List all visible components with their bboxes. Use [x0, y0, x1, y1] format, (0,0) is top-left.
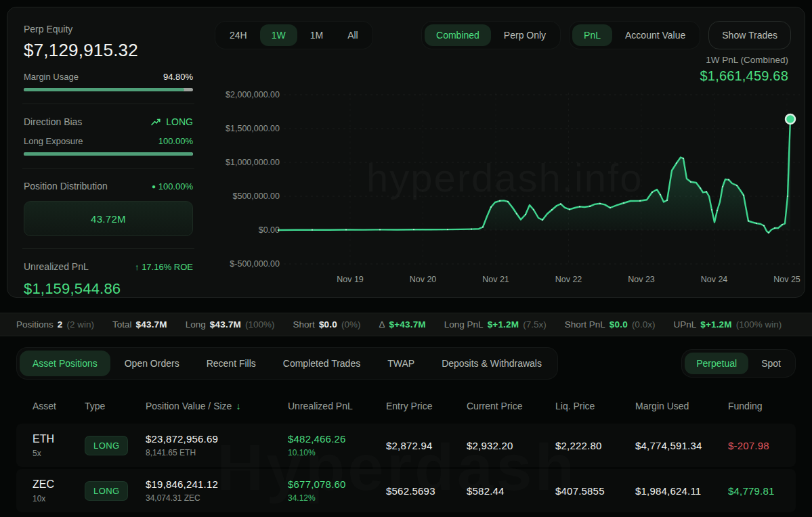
summary-stat-long: Long$43.7M(100%) — [186, 319, 275, 330]
tab-asset-positions[interactable]: Asset Positions — [20, 351, 110, 376]
column-header-liq-price[interactable]: Liq. Price — [555, 401, 635, 411]
type-cell: LONG — [85, 436, 146, 455]
divider — [22, 104, 194, 104]
position-distribution-section: Position Distribution ● 100.00% 43.72M — [24, 181, 193, 236]
column-header-entry-price[interactable]: Entry Price — [386, 401, 467, 411]
long-exposure-value: 100.00% — [158, 136, 193, 146]
y-axis-tick: $2,000,000.00 — [226, 90, 280, 99]
tab-deposits-withdrawals[interactable]: Deposits & Withdrawals — [429, 351, 555, 376]
margin-used-cell: $1,984,624.11 — [635, 485, 728, 497]
equity-stats-panel: Perp Equity $7,129,915.32 Margin Usage 9… — [7, 7, 209, 297]
tab-twap[interactable]: TWAP — [375, 351, 427, 376]
column-header-asset[interactable]: Asset — [33, 401, 85, 411]
type-cell: LONG — [85, 481, 146, 501]
entry-price-cell: $2,872.94 — [386, 440, 467, 451]
position-value-cell: $23,872,956.698,141.65 ETH — [146, 433, 288, 457]
y-axis-tick: $1,000,000.00 — [226, 158, 280, 167]
metric-pnl[interactable]: PnL — [572, 24, 612, 46]
unrealized-pnl-label: Unrealized PnL — [24, 261, 89, 272]
mode-perp-only[interactable]: Perp Only — [492, 24, 557, 46]
long-exposure-label: Long Exposure — [24, 136, 83, 146]
asset-cell: ZEC10x — [33, 478, 85, 503]
long-exposure-bar — [24, 152, 193, 156]
y-axis-tick: $-500,000.00 — [230, 259, 280, 269]
unrealized-pnl-cell: $677,078.6034.12% — [288, 478, 386, 503]
summary-stat-short-pnl: Short PnL$0.0(0.0x) — [565, 319, 656, 330]
table-body: ETH5xLONG$23,872,956.698,141.65 ETH$482,… — [16, 424, 796, 512]
positions-table: AssetTypePosition Value / Size↓Unrealize… — [16, 388, 796, 514]
position-distribution-pct: ● 100.00% — [152, 181, 193, 192]
pnl-area-chart[interactable]: $2,000,000.00$1,500,000.00$1,000,000.00$… — [209, 85, 800, 290]
tab-completed-trades[interactable]: Completed Trades — [270, 351, 373, 376]
market-perpetual[interactable]: Perpetual — [685, 353, 748, 374]
x-axis-tick: Nov 21 — [482, 275, 509, 284]
trend-up-icon — [151, 118, 161, 126]
column-header-current-price[interactable]: Current Price — [467, 401, 555, 411]
green-dot-icon: ● — [152, 183, 156, 190]
entry-price-cell: $562.5693 — [386, 485, 467, 497]
column-header-type[interactable]: Type — [85, 401, 146, 411]
time-range-1m[interactable]: 1M — [299, 24, 335, 46]
perp-equity-label: Perp Equity — [24, 24, 193, 35]
market-spot[interactable]: Spot — [750, 353, 792, 374]
mode-toggle-group: CombinedPerp Only — [421, 21, 561, 49]
sort-desc-icon[interactable]: ↓ — [236, 401, 240, 411]
column-header-funding[interactable]: Funding — [728, 401, 796, 411]
x-axis-tick: Nov 22 — [555, 275, 582, 284]
mode-combined[interactable]: Combined — [425, 24, 491, 46]
divider — [22, 168, 194, 168]
time-range-24h[interactable]: 24H — [218, 24, 259, 46]
summary-stat--: Δ$+43.7M — [379, 319, 425, 330]
margin-usage-bar — [24, 88, 193, 91]
summary-stat-short: Short$0.0(0%) — [293, 319, 361, 330]
funding-cell: $-207.98 — [728, 440, 796, 451]
chart-panel: 24H1W1MAll CombinedPerp Only PnLAccount … — [209, 7, 805, 297]
section-tabs: Asset PositionsOpen OrdersRecent FillsCo… — [16, 347, 558, 380]
summary-stat-total: Total$43.7M — [112, 319, 167, 330]
position-distribution-box: 43.72M — [24, 201, 193, 236]
tab-recent-fills[interactable]: Recent Fills — [194, 351, 269, 376]
position-value-cell: $19,846,241.1234,074.31 ZEC — [146, 478, 288, 503]
side-badge: LONG — [85, 436, 128, 455]
position-row-eth[interactable]: ETH5xLONG$23,872,956.698,141.65 ETH$482,… — [16, 424, 796, 467]
x-axis-tick: Nov 25 — [773, 275, 800, 284]
current-price-cell: $2,932.20 — [467, 440, 555, 451]
column-header-unrealized-pnl[interactable]: Unrealized PnL — [288, 401, 386, 411]
divider — [22, 248, 194, 249]
unrealized-pnl-value: $1,159,544.86 — [24, 280, 193, 298]
current-price-cell: $582.44 — [467, 485, 555, 497]
pnl-chart[interactable]: hyperdash.info $2,000,000.00$1,500,000.0… — [209, 85, 799, 289]
liq-price-cell: $407.5855 — [555, 485, 635, 497]
direction-bias-label: Direction Bias — [24, 116, 82, 127]
unrealized-roe: ↑ 17.16% ROE — [135, 262, 193, 272]
overview-card: Perp Equity $7,129,915.32 Margin Usage 9… — [7, 7, 805, 298]
x-axis-tick: Nov 19 — [337, 275, 364, 284]
y-axis-tick: $500,000.00 — [232, 192, 280, 201]
column-header-position-value-size[interactable]: Position Value / Size↓ — [146, 401, 288, 411]
direction-bias-section: Direction Bias LONG Long Exposure 100.00… — [24, 116, 193, 156]
x-axis-tick: Nov 20 — [410, 275, 437, 284]
direction-bias-value: LONG — [151, 116, 193, 127]
show-trades-button[interactable]: Show Trades — [708, 21, 791, 49]
asset-cell: ETH5x — [33, 433, 85, 458]
metric-account-value[interactable]: Account Value — [614, 24, 697, 46]
pnl-summary: 1W PnL (Combined) $1,661,459.68 — [700, 55, 788, 84]
position-row-zec[interactable]: ZEC10xLONG$19,846,241.1234,074.31 ZEC$67… — [16, 469, 796, 512]
time-range-all[interactable]: All — [336, 24, 370, 46]
perp-equity-section: Perp Equity $7,129,915.32 Margin Usage 9… — [24, 7, 193, 91]
pnl-summary-label: 1W PnL (Combined) — [700, 55, 788, 65]
unrealized-pnl-section: Unrealized PnL ↑ 17.16% ROE $1,159,544.8… — [24, 261, 193, 298]
liq-price-cell: $2,222.80 — [555, 440, 635, 451]
y-axis-tick: $0.00 — [259, 225, 280, 235]
table-header: AssetTypePosition Value / Size↓Unrealize… — [16, 388, 796, 424]
positions-summary-bar: Positions2(2 win)Total$43.7MLong$43.7M(1… — [0, 313, 812, 336]
summary-stat-long-pnl: Long PnL$+1.2M(7.5x) — [444, 319, 547, 330]
column-header-margin-used[interactable]: Margin Used — [635, 401, 728, 411]
pnl-summary-value: $1,661,459.68 — [700, 68, 788, 84]
side-badge: LONG — [85, 481, 128, 501]
tab-open-orders[interactable]: Open Orders — [112, 351, 192, 376]
time-range-1w[interactable]: 1W — [260, 24, 297, 46]
y-axis-tick: $1,500,000.00 — [226, 124, 280, 133]
funding-cell: $4,779.81 — [728, 485, 796, 497]
metric-toggle-group: PnLAccount Value — [569, 21, 700, 49]
